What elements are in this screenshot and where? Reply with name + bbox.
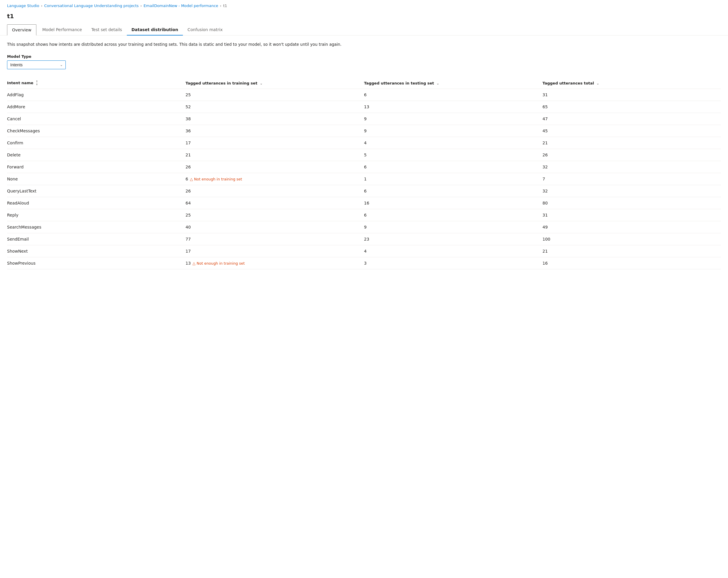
cell-testing: 4 [364, 245, 543, 257]
cell-intent: ReadAloud [7, 197, 185, 209]
breadcrumb-language-studio[interactable]: Language Studio [7, 3, 39, 8]
chevron-testing-icon: ⌄ [437, 82, 439, 85]
breadcrumb: Language Studio › Conversational Languag… [0, 0, 728, 10]
cell-testing: 16 [364, 197, 543, 209]
warning-badge: △Not enough in training set [190, 177, 242, 181]
table-row: QueryLastText26632 [7, 185, 721, 197]
cell-training: 6△Not enough in training set [185, 173, 364, 185]
cell-training: 26 [185, 161, 364, 173]
warning-triangle-icon: △ [190, 177, 193, 181]
cell-testing: 23 [364, 233, 543, 245]
cell-training: 36 [185, 125, 364, 137]
description-text: This snapshot shows how intents are dist… [7, 42, 721, 47]
cell-testing: 5 [364, 149, 543, 161]
breadcrumb-sep-2: › [140, 4, 142, 8]
cell-intent: Reply [7, 209, 185, 221]
cell-training: 38 [185, 113, 364, 125]
warning-text: Not enough in training set [197, 261, 245, 266]
breadcrumb-sep-1: › [41, 4, 43, 8]
cell-total: 100 [543, 233, 721, 245]
tab-test-set-details[interactable]: Test set details [86, 24, 127, 35]
cell-training: 17 [185, 245, 364, 257]
model-type-select[interactable]: Intents Entities [7, 60, 66, 69]
page-title: t1 [0, 10, 728, 24]
cell-total: 32 [543, 185, 721, 197]
col-header-training[interactable]: Tagged utterances in training set ⌄ [185, 78, 364, 89]
cell-testing: 9 [364, 113, 543, 125]
tab-overview[interactable]: Overview [7, 24, 36, 35]
table-row: None6△Not enough in training set17 [7, 173, 721, 185]
table-row: Cancel38947 [7, 113, 721, 125]
cell-testing: 4 [364, 137, 543, 149]
cell-testing: 3 [364, 257, 543, 269]
cell-intent: ShowNext [7, 245, 185, 257]
tab-dataset-distribution[interactable]: Dataset distribution [127, 24, 183, 35]
cell-intent: Delete [7, 149, 185, 161]
cell-total: 32 [543, 161, 721, 173]
cell-intent: CheckMessages [7, 125, 185, 137]
cell-training: 40 [185, 221, 364, 233]
cell-testing: 6 [364, 161, 543, 173]
cell-training: 64 [185, 197, 364, 209]
cell-total: 31 [543, 209, 721, 221]
main-content: This snapshot shows how intents are dist… [0, 35, 728, 275]
breadcrumb-sep-3: › [220, 4, 221, 8]
cell-training: 26 [185, 185, 364, 197]
table-row: CheckMessages36945 [7, 125, 721, 137]
cell-testing: 1 [364, 173, 543, 185]
cell-testing: 6 [364, 89, 543, 101]
cell-training: 13△Not enough in training set [185, 257, 364, 269]
warning-text: Not enough in training set [194, 177, 242, 181]
table-row: Delete21526 [7, 149, 721, 161]
cell-total: 21 [543, 245, 721, 257]
table-row: Confirm17421 [7, 137, 721, 149]
cell-total: 65 [543, 101, 721, 113]
cell-intent: SearchMessages [7, 221, 185, 233]
table-row: AddFlag25631 [7, 89, 721, 101]
cell-testing: 13 [364, 101, 543, 113]
cell-intent: Cancel [7, 113, 185, 125]
cell-intent: Confirm [7, 137, 185, 149]
cell-training: 17 [185, 137, 364, 149]
table-row: ShowPrevious13△Not enough in training se… [7, 257, 721, 269]
cell-total: 21 [543, 137, 721, 149]
cell-intent: Forward [7, 161, 185, 173]
warning-triangle-icon: △ [192, 261, 196, 266]
table-row: SendEmail7723100 [7, 233, 721, 245]
col-header-intent[interactable]: Intent name ↑↓ [7, 78, 185, 89]
tab-model-performance[interactable]: Model Performance [37, 24, 86, 35]
cell-total: 45 [543, 125, 721, 137]
cell-intent: QueryLastText [7, 185, 185, 197]
cell-testing: 6 [364, 209, 543, 221]
table-row: ReadAloud641680 [7, 197, 721, 209]
cell-intent: AddFlag [7, 89, 185, 101]
warning-badge: △Not enough in training set [192, 261, 245, 266]
cell-training: 52 [185, 101, 364, 113]
cell-training: 77 [185, 233, 364, 245]
breadcrumb-model-performance[interactable]: EmailDomainNew - Model performance [144, 3, 218, 8]
breadcrumb-current: t1 [223, 3, 227, 8]
distribution-table: Intent name ↑↓ Tagged utterances in trai… [7, 78, 721, 269]
breadcrumb-clu-projects[interactable]: Conversational Language Understanding pr… [44, 3, 139, 8]
sort-icon-intent: ↑↓ [36, 80, 38, 86]
cell-total: 7 [543, 173, 721, 185]
cell-total: 26 [543, 149, 721, 161]
col-header-total[interactable]: Tagged utterances total ⌄ [543, 78, 721, 89]
cell-testing: 6 [364, 185, 543, 197]
col-header-testing[interactable]: Tagged utterances in testing set ⌄ [364, 78, 543, 89]
cell-total: 16 [543, 257, 721, 269]
tab-confusion-matrix[interactable]: Confusion matrix [183, 24, 228, 35]
chevron-total-icon: ⌄ [597, 82, 599, 85]
cell-training: 25 [185, 89, 364, 101]
cell-total: 80 [543, 197, 721, 209]
cell-intent: SendEmail [7, 233, 185, 245]
cell-intent: AddMore [7, 101, 185, 113]
chevron-training-icon: ⌄ [260, 82, 262, 85]
table-header-row: Intent name ↑↓ Tagged utterances in trai… [7, 78, 721, 89]
cell-total: 49 [543, 221, 721, 233]
cell-intent: ShowPrevious [7, 257, 185, 269]
cell-intent: None [7, 173, 185, 185]
table-row: AddMore521365 [7, 101, 721, 113]
table-row: Reply25631 [7, 209, 721, 221]
cell-testing: 9 [364, 221, 543, 233]
